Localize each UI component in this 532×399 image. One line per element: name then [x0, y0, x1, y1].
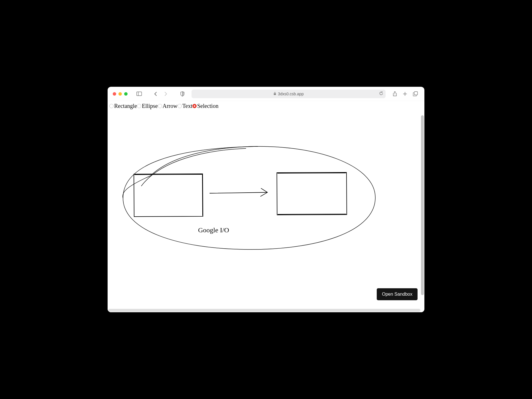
- shape-arrow[interactable]: [210, 188, 267, 196]
- new-tab-icon[interactable]: [401, 90, 409, 98]
- maximize-window-button[interactable]: [124, 92, 128, 96]
- shape-ellipse[interactable]: [123, 146, 375, 249]
- horizontal-scrollbar[interactable]: [108, 309, 420, 312]
- lock-icon: [273, 92, 276, 96]
- back-button[interactable]: [152, 90, 160, 98]
- shield-icon[interactable]: [178, 90, 186, 98]
- svg-rect-2: [274, 93, 276, 95]
- vertical-scrollbar[interactable]: [421, 115, 424, 295]
- tabs-overview-icon[interactable]: [411, 90, 419, 98]
- browser-titlebar: 3dxs0.csb.app: [108, 87, 424, 101]
- shape-rectangle-right[interactable]: [277, 172, 347, 215]
- open-sandbox-button[interactable]: Open Sandbox: [377, 288, 418, 300]
- shape-rectangle-left[interactable]: [134, 174, 203, 217]
- shape-text[interactable]: Google I/O: [198, 226, 229, 234]
- window-traffic-lights: [113, 92, 128, 96]
- address-bar[interactable]: 3dxs0.csb.app: [192, 90, 386, 98]
- minimize-window-button[interactable]: [118, 92, 122, 96]
- forward-button[interactable]: [162, 90, 170, 98]
- reload-icon[interactable]: [379, 91, 383, 96]
- sidebar-toggle-icon[interactable]: [135, 90, 143, 98]
- drawing-canvas[interactable]: Google I/O: [108, 101, 424, 312]
- svg-rect-3: [414, 92, 418, 95]
- page-content: Rectangle Ellipse Arrow Text Selection: [108, 101, 424, 312]
- canvas-svg: Google I/O: [108, 101, 424, 312]
- svg-rect-0: [136, 92, 142, 96]
- close-window-button[interactable]: [113, 92, 116, 96]
- share-icon[interactable]: [391, 90, 399, 98]
- browser-window: 3dxs0.csb.app Rectangle Ellipse: [108, 87, 424, 312]
- address-url: 3dxs0.csb.app: [278, 92, 304, 96]
